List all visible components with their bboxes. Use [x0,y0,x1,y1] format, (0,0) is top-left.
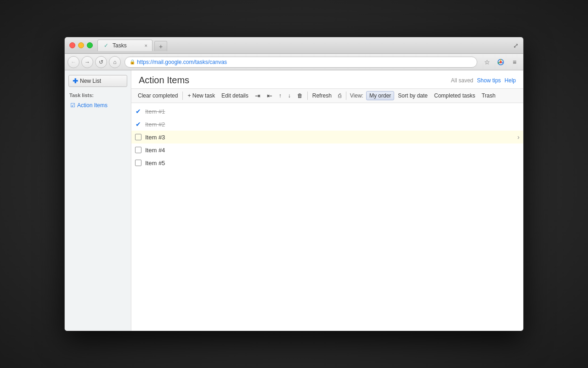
reload-button[interactable]: ↺ [95,56,107,68]
task-label-4: Item #4 [145,147,520,154]
toolbar-separator-3 [346,92,346,100]
new-list-button[interactable]: ✚ New List [68,75,127,87]
toolbar-separator-2 [307,92,308,100]
nav-bar: ← → ↺ ⌂ 🔒 https://mail.google.com/tasks/… [65,54,523,70]
indent-icon: ⇥ [255,92,260,99]
new-list-label: New List [80,78,101,84]
tasks-tab[interactable]: ✓ Tasks × [97,40,153,51]
new-tab-icon: + [159,43,163,50]
trash-button[interactable]: Trash [479,91,498,100]
edit-details-button[interactable]: Edit details [219,91,251,100]
delete-button[interactable]: 🗑 [294,91,305,100]
new-task-button[interactable]: + New task [185,91,218,100]
task-checkbox-1[interactable]: ✔ [135,108,141,115]
print-button[interactable]: ⎙ [335,91,344,100]
completed-tasks-button[interactable]: Completed tasks [431,91,478,100]
tabs-area: ✓ Tasks × + [97,40,513,51]
nav-right: ☆ ≡ [481,56,520,68]
chrome-icon [497,58,504,66]
task-label-3: Item #3 [145,134,517,141]
help-link[interactable]: Help [504,77,516,84]
toolbar-separator-1 [182,92,183,100]
table-row[interactable]: Item #4 [131,144,523,156]
task-detail-arrow-3[interactable]: › [517,133,520,141]
maximize-window-button[interactable] [87,42,93,48]
task-label-2: Item #2 [145,121,520,128]
reload-icon: ↺ [99,59,103,65]
indent-button[interactable]: ⇥ [252,91,263,101]
close-window-button[interactable] [69,42,75,48]
sidebar-list-name: Action Items [77,102,107,109]
back-icon: ← [71,59,76,65]
new-list-icon: ✚ [73,77,78,85]
table-row[interactable]: Item #5 [131,156,523,169]
print-icon: ⎙ [338,92,341,99]
star-icon: ☆ [484,58,490,66]
lock-icon: 🔒 [130,59,135,64]
tab-favicon: ✓ [102,42,110,49]
svg-point-1 [500,61,502,63]
table-row: ✔ Item #2 [131,118,523,131]
move-down-icon: ↓ [288,92,291,99]
menu-icon: ≡ [513,58,516,66]
task-lists-label: Task lists: [68,92,127,98]
tasks-header: Action Items All saved Show tips Help [131,70,523,89]
delete-icon: 🗑 [297,92,303,99]
move-up-icon: ↑ [279,92,282,99]
list-check-icon: ☑ [70,102,75,109]
refresh-button[interactable]: Refresh [310,91,334,100]
move-up-button[interactable]: ↑ [276,91,284,100]
unindent-button[interactable]: ⇤ [264,91,275,101]
chrome-menu-button[interactable] [495,56,507,68]
sidebar: ✚ New List Task lists: ☑ Action Items [65,70,131,331]
forward-icon: → [85,59,90,65]
sort-by-date-button[interactable]: Sort by date [395,91,430,100]
address-bar[interactable]: 🔒 https://mail.google.com/tasks/canvas [124,57,477,68]
header-right: All saved Show tips Help [451,77,516,84]
window-resize-button[interactable]: ⤢ [513,42,519,49]
task-checkbox-4[interactable] [135,147,141,153]
show-tips-link[interactable]: Show tips [477,77,501,84]
task-label-5: Item #5 [145,160,520,167]
task-checkbox-5[interactable] [135,160,141,166]
toolbar: Clear completed + New task Edit details … [131,89,523,103]
task-checkbox-3[interactable] [135,134,141,140]
my-order-button[interactable]: My order [366,91,394,100]
window-controls [69,42,93,48]
move-down-button[interactable]: ↓ [285,91,294,100]
address-text: https://mail.google.com/tasks/canvas [137,59,472,65]
page-title: Action Items [139,75,451,86]
tasks-area: Action Items All saved Show tips Help Cl… [131,70,523,331]
unindent-icon: ⇤ [267,92,272,99]
back-button[interactable]: ← [68,56,79,68]
minimize-window-button[interactable] [78,42,84,48]
clear-completed-button[interactable]: Clear completed [135,91,181,100]
table-row: ✔ Item #1 [131,105,523,118]
main-content: ✚ New List Task lists: ☑ Action Items Ac… [65,70,523,331]
all-saved-label: All saved [451,77,474,84]
task-checkbox-2[interactable]: ✔ [135,121,141,127]
new-tab-button[interactable]: + [154,41,167,51]
tab-close-button[interactable]: × [145,43,147,48]
table-row[interactable]: Item #3 › [131,131,523,144]
task-label-1: Item #1 [145,108,520,115]
home-icon: ⌂ [113,59,116,65]
task-list: ✔ Item #1 ✔ Item #2 Item #3 › Item #4 [131,103,523,331]
view-label: View: [348,92,365,99]
sidebar-item-action-items[interactable]: ☑ Action Items [68,101,127,110]
bookmark-button[interactable]: ☆ [481,56,493,68]
title-bar: ✓ Tasks × + ⤢ [65,37,523,54]
tab-label: Tasks [113,42,127,49]
forward-button[interactable]: → [81,56,93,68]
home-button[interactable]: ⌂ [109,56,121,68]
browser-menu-button[interactable]: ≡ [509,56,520,68]
browser-window: ✓ Tasks × + ⤢ ← → ↺ ⌂ 🔒 https://mail.goo… [64,37,524,331]
